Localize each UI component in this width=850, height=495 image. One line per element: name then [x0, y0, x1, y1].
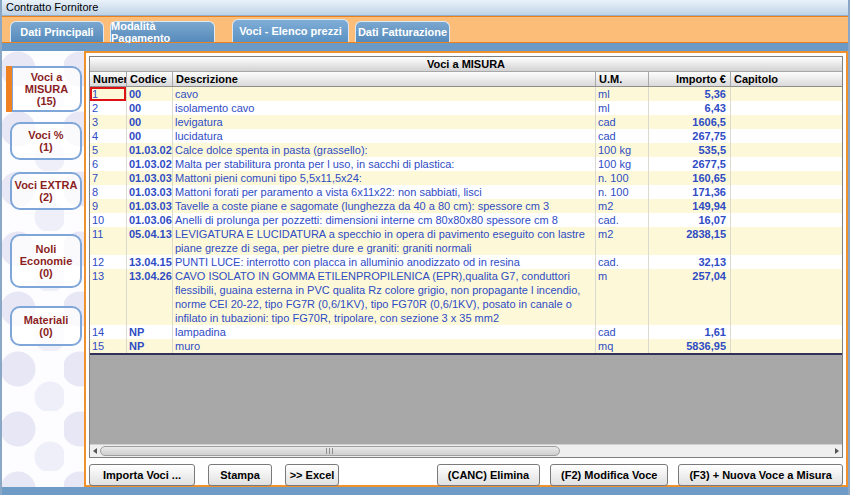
cell-codice[interactable]: 01.03.03.04.a	[127, 199, 173, 213]
cell-importo[interactable]: 1606,5	[649, 115, 731, 129]
cell-descrizione[interactable]: isolamento cavo	[173, 101, 596, 115]
f2-modifica-voce-button[interactable]: (F2) Modifica Voce	[550, 464, 668, 486]
table-row[interactable]: 100cavoml5,36	[90, 87, 842, 101]
cell-capitolo[interactable]	[731, 213, 842, 227]
cell-um[interactable]: cad	[596, 129, 649, 143]
cell-numero[interactable]: 11	[90, 227, 127, 255]
cell-capitolo[interactable]	[731, 199, 842, 213]
cell-um[interactable]: n. 100	[596, 185, 649, 199]
column-header-descrizione[interactable]: Descrizione	[173, 72, 596, 86]
cell-codice[interactable]: NP	[127, 339, 173, 353]
cell-numero[interactable]: 6	[90, 157, 127, 171]
cell-um[interactable]: m2	[596, 199, 649, 213]
cell-capitolo[interactable]	[731, 157, 842, 171]
cell-um[interactable]: cad	[596, 115, 649, 129]
cell-importo[interactable]: 535,5	[649, 143, 731, 157]
cell-importo[interactable]: 16,07	[649, 213, 731, 227]
cell-um[interactable]: n. 100	[596, 171, 649, 185]
cell-importo[interactable]: 171,36	[649, 185, 731, 199]
tab-dati-fatturazione[interactable]: Dati Fatturazione	[355, 21, 450, 42]
cell-capitolo[interactable]	[731, 171, 842, 185]
table-row[interactable]: 601.03.02.12Malta per stabilitura pronta…	[90, 157, 842, 171]
cell-importo[interactable]: 267,75	[649, 129, 731, 143]
cell-importo[interactable]: 5836,95	[649, 339, 731, 353]
cell-capitolo[interactable]	[731, 269, 842, 325]
sidebar-item-voci-a-misura[interactable]: Voci a MISURA(15)	[11, 66, 82, 112]
cell-um[interactable]: mq	[596, 339, 649, 353]
cell-numero[interactable]: 3	[90, 115, 127, 129]
cell-numero[interactable]: 8	[90, 185, 127, 199]
cell-numero[interactable]: 2	[90, 101, 127, 115]
cell-capitolo[interactable]	[731, 325, 842, 339]
cell-codice[interactable]: 05.04.13.d	[127, 227, 173, 255]
cell-capitolo[interactable]	[731, 101, 842, 115]
table-row[interactable]: 901.03.03.04.aTavelle a coste piane e sa…	[90, 199, 842, 213]
scroll-right-arrow-icon[interactable]	[832, 445, 842, 457]
sidebar-item-noli-economie[interactable]: Noli Economie(0)	[10, 234, 82, 288]
table-row[interactable]: 1105.04.13.dLEVIGATURA E LUCIDATURA a sp…	[90, 227, 842, 255]
cell-numero[interactable]: 12	[90, 255, 127, 269]
f3-nuova-voce-a-misura-button[interactable]: (F3) + Nuova Voce a Misura	[678, 464, 843, 486]
cell-numero[interactable]: 13	[90, 269, 127, 325]
cell-descrizione[interactable]: Anelli di prolunga per pozzetti: dimensi…	[173, 213, 596, 227]
cell-importo[interactable]: 149,94	[649, 199, 731, 213]
importa-voci-button[interactable]: Importa Voci ...	[89, 464, 195, 486]
cell-numero[interactable]: 7	[90, 171, 127, 185]
cell-numero[interactable]: 4	[90, 129, 127, 143]
cell-capitolo[interactable]	[731, 339, 842, 353]
cell-um[interactable]: 100 kg	[596, 143, 649, 157]
column-header-capitolo[interactable]: Capitolo	[731, 72, 842, 86]
cell-numero[interactable]: 10	[90, 213, 127, 227]
cell-codice[interactable]: 01.03.06.11.p	[127, 213, 173, 227]
cell-capitolo[interactable]	[731, 185, 842, 199]
cell-descrizione[interactable]: CAVO ISOLATO IN GOMMA ETILENPROPILENICA …	[173, 269, 596, 325]
table-row[interactable]: 200isolamento cavoml6,43	[90, 101, 842, 115]
table-row[interactable]: 1313.04.26.xCAVO ISOLATO IN GOMMA ETILEN…	[90, 269, 842, 325]
cell-um[interactable]: ml	[596, 101, 649, 115]
cell-importo[interactable]: 5,36	[649, 87, 731, 101]
cell-numero[interactable]: 9	[90, 199, 127, 213]
sidebar-item-materiali[interactable]: Materiali(0)	[10, 306, 82, 346]
table-row[interactable]: 15NPmuromq5836,95	[90, 339, 842, 353]
cell-capitolo[interactable]	[731, 227, 842, 255]
cell-codice[interactable]: NP	[127, 325, 173, 339]
cell-codice[interactable]: 00	[127, 87, 173, 101]
cell-um[interactable]: cad	[596, 325, 649, 339]
cell-capitolo[interactable]	[731, 255, 842, 269]
cell-descrizione[interactable]: muro	[173, 339, 596, 353]
cell-numero[interactable]: 5	[90, 143, 127, 157]
excel-button[interactable]: >> Excel	[285, 464, 339, 486]
cell-descrizione[interactable]: Tavelle a coste piane e sagomate (lunghe…	[173, 199, 596, 213]
table-row[interactable]: 14NPlampadinacad1,61	[90, 325, 842, 339]
cell-capitolo[interactable]	[731, 115, 842, 129]
cell-capitolo[interactable]	[731, 87, 842, 101]
cell-codice[interactable]: 00	[127, 129, 173, 143]
cell-descrizione[interactable]: PUNTI LUCE: interrotto con placca in all…	[173, 255, 596, 269]
cell-um[interactable]: 100 kg	[596, 157, 649, 171]
sidebar-item-voci-extra[interactable]: Voci EXTRA(2)	[10, 172, 82, 210]
tab-dati-principali[interactable]: Dati Principali	[10, 21, 104, 42]
cell-codice[interactable]: 01.03.03.01	[127, 171, 173, 185]
cell-descrizione[interactable]: lampadina	[173, 325, 596, 339]
table-row[interactable]: 400lucidaturacad267,75	[90, 129, 842, 143]
cell-importo[interactable]: 6,43	[649, 101, 731, 115]
column-header-codice[interactable]: Codice	[127, 72, 173, 86]
cell-importo[interactable]: 1,61	[649, 325, 731, 339]
cell-descrizione[interactable]: Mattoni pieni comuni tipo 5,5x11,5x24:	[173, 171, 596, 185]
stampa-button[interactable]: Stampa	[208, 464, 272, 486]
cell-descrizione[interactable]: levigatura	[173, 115, 596, 129]
cell-codice[interactable]: 13.04.15.a	[127, 255, 173, 269]
cell-importo[interactable]: 160,65	[649, 171, 731, 185]
table-row[interactable]: 1001.03.06.11.pAnelli di prolunga per po…	[90, 213, 842, 227]
cell-descrizione[interactable]: cavo	[173, 87, 596, 101]
cell-um[interactable]: cad.	[596, 255, 649, 269]
cell-descrizione[interactable]: LEVIGATURA E LUCIDATURA a specchio in op…	[173, 227, 596, 255]
cell-um[interactable]: m	[596, 269, 649, 325]
cell-codice[interactable]: 00	[127, 101, 173, 115]
column-header-numero[interactable]: Numero	[90, 72, 127, 86]
column-header-u-m[interactable]: U.M.	[596, 72, 649, 86]
tab-modalit-pagamento[interactable]: Modalità Pagamento	[110, 21, 215, 42]
cell-um[interactable]: cad.	[596, 213, 649, 227]
cell-um[interactable]: ml	[596, 87, 649, 101]
table-row[interactable]: 300levigaturacad1606,5	[90, 115, 842, 129]
